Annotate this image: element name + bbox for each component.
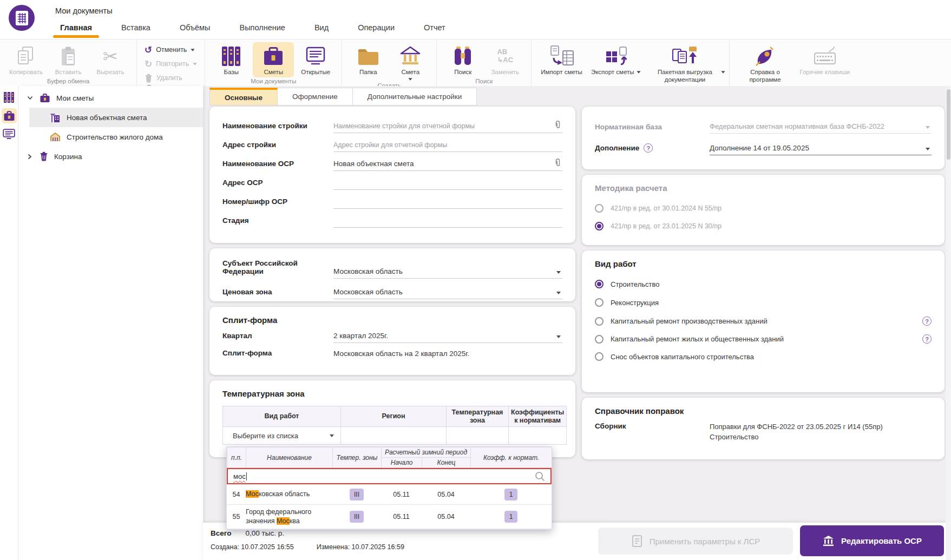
hotkeys-button[interactable]: Горячие клавиши <box>796 42 854 77</box>
edit-osr-button[interactable]: Редактировать ОСР <box>800 525 944 556</box>
region-search-input[interactable]: мос <box>227 468 552 484</box>
price-zone-select[interactable]: Московская область <box>333 285 562 299</box>
field-label: Адрес ОСР <box>222 179 333 190</box>
method-option[interactable]: 421/пр в ред. от 23.01.2025 N 30/пр <box>582 222 945 230</box>
apply-params-button[interactable]: Применить параметры к ЛСР <box>598 528 793 555</box>
opened-button[interactable]: Открытые <box>295 42 336 77</box>
help-icon[interactable]: ? <box>922 334 932 344</box>
subject-select[interactable]: Московская область <box>333 265 562 279</box>
radio-icon[interactable] <box>595 204 604 213</box>
menu-tab-vypolnenie[interactable]: Выполнение <box>225 19 300 37</box>
export-caret-icon[interactable] <box>637 71 641 74</box>
briefcase-icon <box>40 93 50 103</box>
tree-item-trash[interactable]: Корзина <box>18 147 203 166</box>
vertical-scrollbar[interactable] <box>946 86 951 560</box>
menu-tab-obyomy[interactable]: Объёмы <box>165 19 225 37</box>
menu-tab-vid[interactable]: Вид <box>300 19 343 37</box>
select-placeholder: Выберите из списка <box>233 432 298 440</box>
paste-button[interactable]: Вставить <box>48 42 89 77</box>
help-icon[interactable]: ? <box>644 143 653 153</box>
rail-opened-button[interactable] <box>2 127 17 142</box>
work-type-option[interactable]: Капитальный ремонт жилых и общественных … <box>582 334 945 344</box>
normative-base-card: Нормативная база Федеральная сметная нор… <box>582 107 945 169</box>
redo-button[interactable]: ↻ Повторить <box>145 58 197 69</box>
osr-address-input[interactable] <box>333 176 562 190</box>
region-option-row[interactable]: 54 Московская область III 05.11 05.04 1 <box>227 484 552 505</box>
supplement-select[interactable]: Дополнение 14 от 19.05.2025 <box>710 141 932 155</box>
tab-oformlenie[interactable]: Оформление <box>278 88 353 106</box>
cut-button[interactable]: ✂ Вырезать <box>90 42 131 77</box>
input-value: Новая объектная смета <box>333 160 414 168</box>
split-form-title: Сплит-форма <box>209 307 575 325</box>
build-address-input[interactable]: Адрес стройки для отчетной формы <box>333 138 562 152</box>
about-button[interactable]: Справка о программе <box>735 42 795 85</box>
rail-bases-icon <box>3 91 15 103</box>
label-text: Дополнение <box>595 144 639 152</box>
build-name-input[interactable]: Наименование стройки для отчетной формы <box>333 119 562 133</box>
export-estimate-button[interactable]: Экспорт сметы <box>587 42 645 77</box>
chevron-right-icon[interactable] <box>26 154 34 160</box>
chevron-down-icon <box>556 335 561 338</box>
radio-icon[interactable] <box>595 335 604 344</box>
work-type-option[interactable]: Реконструкция <box>582 298 945 307</box>
cut-label: Вырезать <box>96 69 124 76</box>
find-button[interactable]: Поиск <box>442 42 483 77</box>
rail-estimates-button[interactable] <box>2 108 17 123</box>
coef-badge: 1 <box>504 511 517 523</box>
import-estimate-button[interactable]: Импорт сметы <box>537 42 586 77</box>
field-label: Сплит-форма <box>222 349 333 360</box>
search-icon[interactable] <box>535 471 545 482</box>
radio-selected-icon[interactable] <box>595 280 604 288</box>
menu-tab-operacii[interactable]: Операции <box>343 19 409 37</box>
work-type-option[interactable]: Снос объектов капитального строительства <box>582 352 945 361</box>
tree-item-new-object-estimate[interactable]: Новая объектная смета <box>29 108 203 127</box>
scrollbar-thumb[interactable] <box>947 89 950 160</box>
ribbon-group-clipboard: Копировать Вставить ✂ Вырезать Буфер обм… <box>0 39 137 86</box>
tree-item-my-estimates[interactable]: Мои сметы <box>18 88 203 108</box>
paperclip-icon[interactable] <box>554 120 561 129</box>
osr-number-input[interactable] <box>333 195 562 209</box>
method-title: Методика расчета <box>582 175 945 193</box>
stage-input[interactable] <box>333 214 562 228</box>
replace-button[interactable]: AB↳AC Заменить <box>484 42 526 77</box>
batch-export-button[interactable]: Пакетная выгрузка документации <box>646 42 724 85</box>
create-estimate-caret-icon[interactable] <box>409 78 412 81</box>
undo-button[interactable]: ↺ Отменить <box>145 44 197 55</box>
radio-selected-icon[interactable] <box>595 222 604 230</box>
export-label: Экспорт сметы <box>591 69 634 76</box>
create-estimate-button[interactable]: Смета <box>390 42 431 82</box>
method-option[interactable]: 421/пр в ред. от 30.01.2024 N 55/пр <box>582 204 945 213</box>
work-type-select[interactable]: Выберите из списка <box>225 432 338 440</box>
tab-dop-nastroyki[interactable]: Дополнительные настройки <box>353 88 477 106</box>
ribbon: Копировать Вставить ✂ Вырезать Буфер обм… <box>0 39 951 87</box>
quarter-select[interactable]: 2 квартал 2025г. <box>333 329 562 343</box>
redo-dropdown-caret-icon[interactable] <box>193 63 197 65</box>
paperclip-icon[interactable] <box>554 158 561 167</box>
radio-icon[interactable] <box>595 298 604 307</box>
menu-tab-glavnaya[interactable]: Главная <box>45 19 107 37</box>
osr-name-input[interactable]: Новая объектная смета <box>333 157 562 171</box>
batch-export-caret-icon[interactable] <box>722 71 725 74</box>
copy-button[interactable]: Копировать <box>5 42 47 77</box>
work-type-option[interactable]: Капитальный ремонт производственных здан… <box>582 317 945 326</box>
region-cell[interactable] <box>341 427 447 445</box>
help-icon[interactable]: ? <box>922 317 932 326</box>
zone-badge-cell: III <box>332 511 381 523</box>
rail-bases-button[interactable] <box>2 90 17 105</box>
radio-icon[interactable] <box>595 352 604 361</box>
menu-tab-vstavka[interactable]: Вставка <box>107 19 165 37</box>
tab-osnovnye[interactable]: Основные <box>209 88 278 106</box>
bases-button[interactable]: Базы <box>211 42 252 77</box>
radio-icon[interactable] <box>595 317 604 326</box>
tree-item-label: Строительство жилого дома <box>67 133 163 141</box>
delete-button[interactable]: Удалить <box>145 73 197 83</box>
region-option-row[interactable]: 55 Город федерального значения Москва II… <box>227 505 552 529</box>
menu-tab-otchet[interactable]: Отчет <box>409 19 460 37</box>
create-folder-button[interactable]: Папка <box>347 42 389 77</box>
tree-item-house-construction[interactable]: Строительство жилого дома <box>18 127 203 147</box>
undo-dropdown-caret-icon[interactable] <box>191 49 195 51</box>
chevron-down-icon[interactable] <box>26 96 34 100</box>
app-logo-icon[interactable] <box>9 5 35 31</box>
work-type-option[interactable]: Строительство <box>582 280 945 288</box>
estimates-button[interactable]: Сметы <box>253 42 294 77</box>
